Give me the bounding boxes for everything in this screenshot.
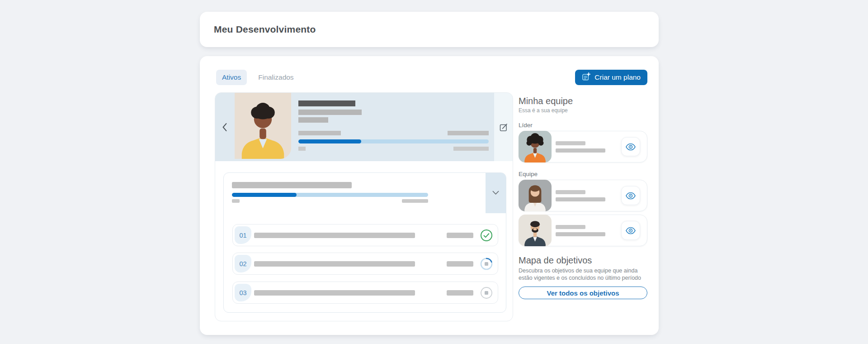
step-row-3[interactable]: 03 [232,282,498,304]
leader-avatar [519,131,552,162]
plan-banner [215,93,513,161]
plan-carousel-card: 01 02 03 [215,92,513,321]
view-member-button[interactable] [621,221,640,240]
plan-title-skeleton [298,100,355,106]
progress-date-skeleton [453,147,489,151]
step-meta-skeleton [447,290,473,296]
page-title: Meu Desenvolvimento [214,24,316,35]
development-panel: Ativos Finalizados Criar um plano [200,56,659,335]
page: { "header": { "title": "Meu Desenvolvime… [0,0,868,344]
leader-label: Líder [519,122,647,129]
progress-label-skeleton [298,131,341,135]
step-row-1[interactable]: 01 [232,224,498,246]
team-sidebar: Minha equipe Essa é a sua equipe Líder [519,94,647,299]
team-member-card-1[interactable] [519,180,647,211]
team-members-label: Equipe [519,171,647,177]
objectives-description: Descubra os objetivos de sua equipe que … [519,267,647,282]
objectives-title: Mapa de objetivos [519,255,647,266]
step-title-skeleton [254,261,415,267]
step-title-skeleton [254,290,415,296]
goal-progress-fill [232,193,297,197]
member-avatar [519,215,552,246]
member-name-skeleton [556,141,585,145]
step-meta-skeleton [447,233,473,238]
step-number-badge: 01 [235,226,251,244]
step-status-done-icon [480,229,493,242]
member-avatar [519,180,552,211]
step-number-badge: 03 [235,284,251,301]
goal-progress-min-skeleton [232,199,240,203]
goal-title-skeleton [232,182,352,188]
goal-accordion: 01 02 03 [223,172,506,313]
eye-icon [626,227,636,234]
leader-card[interactable] [519,131,647,162]
edit-icon [499,126,508,133]
plan-person-photo [235,93,291,159]
plan-filter-tabs: Ativos Finalizados [216,70,300,85]
view-all-objectives-button[interactable]: Ver todos os objetivos [519,287,647,299]
member-name-skeleton [556,225,585,229]
step-number-badge: 02 [235,255,251,272]
chevron-left-icon [222,126,227,133]
team-subtitle: Essa é a sua equipe [519,107,647,114]
team-member-card-2[interactable] [519,215,647,246]
plan-subtitle-skeleton [298,110,362,115]
goal-progress-bar [232,193,428,197]
progress-min-skeleton [298,147,306,151]
page-header-card: Meu Desenvolvimento [200,12,659,47]
plan-progress-fill [298,139,361,143]
accordion-toggle-button[interactable] [486,173,506,213]
carousel-prev-button[interactable] [219,120,230,134]
plan-banner-info [298,93,489,161]
plan-edit-rail [494,93,513,161]
member-role-skeleton [556,148,605,153]
team-title: Minha equipe [519,96,647,106]
plan-progress-bar [298,139,489,143]
view-leader-button[interactable] [621,137,640,156]
edit-plan-button[interactable] [497,121,510,134]
plan-meta-skeleton [298,117,328,123]
member-role-skeleton [556,197,605,201]
tab-ativos[interactable]: Ativos [216,70,247,85]
note-add-icon [582,72,590,83]
step-row-2[interactable]: 02 [232,253,498,275]
step-meta-skeleton [447,261,473,267]
step-status-in-progress-icon [480,258,493,270]
create-plan-button[interactable]: Criar um plano [575,70,647,85]
tab-finalizados[interactable]: Finalizados [252,70,299,85]
create-plan-label: Criar um plano [594,73,641,81]
goal-progress-value-skeleton [402,199,428,203]
member-role-skeleton [556,232,605,236]
step-title-skeleton [254,233,415,238]
chevron-down-icon [492,190,499,196]
eye-icon [626,143,636,151]
view-member-button[interactable] [621,186,640,205]
eye-icon [626,192,636,200]
member-name-skeleton [556,190,585,194]
progress-value-skeleton [448,131,489,135]
step-status-todo-icon [480,287,493,299]
